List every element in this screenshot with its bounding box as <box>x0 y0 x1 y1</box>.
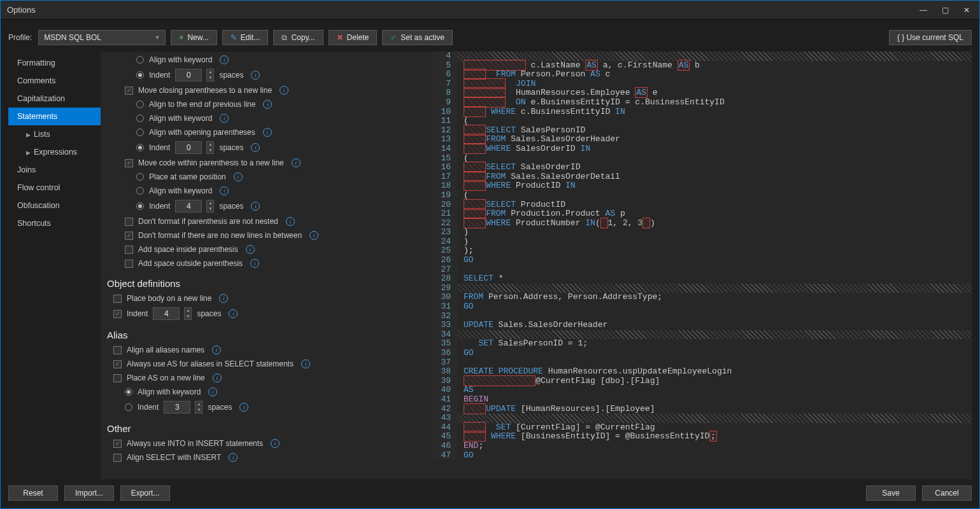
info-icon[interactable]: i <box>251 71 260 80</box>
line-number: 32 <box>432 312 457 321</box>
chk-move-closing[interactable] <box>125 87 133 95</box>
edit-button[interactable]: ✎Edit... <box>222 30 269 45</box>
info-icon[interactable]: i <box>220 114 229 123</box>
sidebar-item-label: Joins <box>17 165 36 174</box>
line-number: 8 <box>432 88 457 98</box>
sidebar-item-lists[interactable]: ▶Lists <box>8 125 101 143</box>
spinner-alias[interactable]: ▲▼ <box>195 401 202 414</box>
sidebar-item-expressions[interactable]: ▶Expressions <box>8 143 101 161</box>
sidebar-item-comments[interactable]: Comments <box>8 72 101 90</box>
info-icon[interactable]: i <box>251 202 260 211</box>
code-line: 40AS <box>432 386 972 395</box>
import-button[interactable]: Import... <box>64 485 114 501</box>
new-button[interactable]: +New... <box>171 30 217 45</box>
info-icon[interactable]: i <box>250 259 259 268</box>
spinner-3[interactable]: ▲▼ <box>206 200 214 213</box>
chk-add-outside[interactable] <box>125 260 133 268</box>
radio-align-kw-2[interactable] <box>136 115 144 122</box>
chk-dont-nested[interactable] <box>125 218 133 226</box>
chk-align-select-insert[interactable] <box>113 454 122 462</box>
info-icon[interactable]: i <box>212 345 221 354</box>
spinner-obj[interactable]: ▲▼ <box>184 307 192 320</box>
info-icon[interactable]: i <box>213 373 222 382</box>
code-line: 10 WHERE c.BusinessEntityID IN <box>432 108 972 117</box>
info-icon[interactable]: i <box>234 172 243 181</box>
radio-alias-indent[interactable] <box>125 403 132 411</box>
info-icon[interactable]: i <box>271 439 280 448</box>
chk-obj-indent[interactable] <box>113 310 122 318</box>
sidebar-item-shortcuts[interactable]: Shortcuts <box>8 214 101 232</box>
sidebar-item-flow-control[interactable]: Flow control <box>8 179 101 197</box>
info-icon[interactable]: i <box>251 143 260 152</box>
set-active-button[interactable]: ✓Set as active <box>382 30 453 45</box>
chk-dont-newlines[interactable] <box>125 232 133 240</box>
info-icon[interactable]: i <box>220 55 229 64</box>
chk-add-inside[interactable] <box>125 246 133 254</box>
radio-same-pos[interactable] <box>136 173 144 181</box>
profile-select[interactable]: MSDN SQL BOL ▼ <box>38 30 166 45</box>
minimize-button[interactable]: — <box>917 6 930 15</box>
reset-button[interactable]: Reset <box>8 485 58 501</box>
info-icon[interactable]: i <box>229 453 238 462</box>
info-icon[interactable]: i <box>229 309 238 318</box>
chk-align-aliases[interactable] <box>113 346 122 354</box>
line-number: 10 <box>432 108 457 117</box>
section-object-definitions: Object definitions <box>102 270 427 291</box>
sidebar-item-capitalization[interactable]: Capitalization <box>8 90 101 108</box>
code-line: 23) <box>432 228 972 237</box>
radio-align-open[interactable] <box>136 129 144 136</box>
sidebar-item-obfuscation[interactable]: Obfuscation <box>8 197 101 214</box>
indent-input-1[interactable]: 0 <box>175 69 202 81</box>
code-content: c.LastName AS a, c.FirstName AS b <box>457 61 700 71</box>
code-line: 16 SELECT SalesOrderID <box>432 163 972 172</box>
chk-always-as[interactable] <box>113 360 122 368</box>
delete-button[interactable]: ✕Delete <box>329 30 378 45</box>
info-icon[interactable]: i <box>263 100 272 109</box>
radio-indent-2[interactable] <box>136 144 144 151</box>
radio-align-keyword-1[interactable] <box>136 56 144 64</box>
info-icon[interactable]: i <box>301 359 310 368</box>
info-icon[interactable]: i <box>263 128 272 137</box>
radio-align-kw-3[interactable] <box>136 187 144 195</box>
info-icon[interactable]: i <box>239 403 248 412</box>
titlebar: Options — ▢ ✕ <box>1 1 979 20</box>
sidebar-item-formatting[interactable]: Formatting <box>8 54 101 72</box>
code-line: 33UPDATE Sales.SalesOrderHeader <box>432 321 972 330</box>
info-icon[interactable]: i <box>220 186 229 195</box>
radio-indent-1[interactable] <box>136 71 144 79</box>
copy-button[interactable]: ⧉Copy... <box>273 30 323 45</box>
radio-indent-3[interactable] <box>136 202 144 210</box>
code-line: 36GO <box>432 349 972 358</box>
chk-place-body[interactable] <box>113 295 122 303</box>
spinner-1[interactable]: ▲▼ <box>206 69 214 81</box>
code-content: ) <box>457 237 469 247</box>
chk-always-into[interactable] <box>113 440 122 448</box>
use-current-sql-button[interactable]: { } Use current SQL <box>889 30 972 45</box>
spinner-2[interactable]: ▲▼ <box>206 141 214 154</box>
info-icon[interactable]: i <box>208 387 217 396</box>
save-button[interactable]: Save <box>866 485 916 501</box>
code-preview[interactable]: 45 c.LastName AS a, c.FirstName AS b6 FR… <box>432 52 972 479</box>
indent-input-2[interactable]: 0 <box>175 141 202 154</box>
radio-align-end[interactable] <box>136 101 144 108</box>
info-icon[interactable]: i <box>280 86 288 95</box>
sidebar-item-statements[interactable]: Statements <box>8 108 101 125</box>
radio-alias-align-kw[interactable] <box>125 388 132 396</box>
info-icon[interactable]: i <box>309 231 318 240</box>
info-icon[interactable]: i <box>219 294 228 303</box>
code-line: 15( <box>432 154 972 164</box>
cancel-button[interactable]: Cancel <box>922 485 972 501</box>
info-icon[interactable]: i <box>286 217 295 226</box>
info-icon[interactable]: i <box>292 158 301 167</box>
chk-place-as[interactable] <box>113 374 122 382</box>
chk-move-code[interactable] <box>125 159 133 167</box>
info-icon[interactable]: i <box>246 245 255 254</box>
indent-input-3[interactable]: 4 <box>175 200 202 213</box>
maximize-button[interactable]: ▢ <box>939 6 951 15</box>
alias-indent-input[interactable]: 3 <box>164 401 190 414</box>
obj-indent-input[interactable]: 4 <box>153 307 180 320</box>
export-button[interactable]: Export... <box>120 485 170 501</box>
close-button[interactable]: ✕ <box>960 6 973 15</box>
code-content: AS <box>457 386 474 395</box>
sidebar-item-joins[interactable]: Joins <box>8 161 101 179</box>
